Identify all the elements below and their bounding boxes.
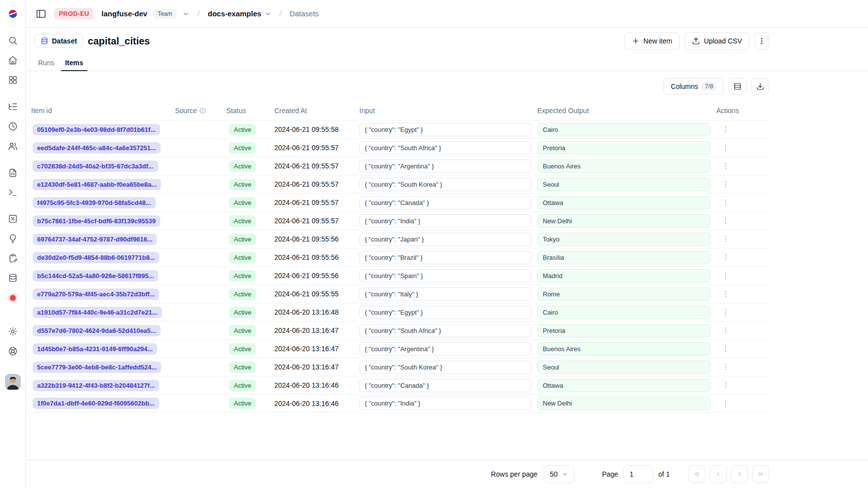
- life-buoy-icon: [8, 346, 18, 356]
- row-actions-button[interactable]: [719, 324, 732, 337]
- row-actions-button[interactable]: [719, 287, 732, 300]
- row-actions-button[interactable]: [719, 306, 732, 319]
- columns-button[interactable]: Columns 7/8: [663, 78, 724, 94]
- chevron-down-icon[interactable]: [182, 10, 189, 17]
- row-actions-button[interactable]: [719, 123, 732, 136]
- sidebar-item-datasets[interactable]: [3, 268, 23, 288]
- row-actions-button[interactable]: [719, 342, 732, 355]
- sidebar-item-support[interactable]: [3, 341, 23, 361]
- row-actions-button[interactable]: [719, 214, 732, 227]
- row-actions-button[interactable]: [719, 141, 732, 154]
- status-badge: Active: [229, 343, 256, 355]
- input-value-box: { "country": "Argentina" }: [359, 160, 531, 173]
- row-actions-button[interactable]: [719, 178, 732, 191]
- table-row[interactable]: f4975c95-5fc3-4939-970d-58fa5cd48... Act…: [31, 193, 769, 211]
- langfuse-logo[interactable]: [3, 4, 23, 24]
- search-icon: [8, 36, 18, 45]
- info-icon[interactable]: [199, 107, 206, 114]
- row-actions-button[interactable]: [719, 361, 732, 373]
- sidebar-item-annotation[interactable]: [3, 248, 23, 268]
- item-id-link[interactable]: a322b319-9412-4f43-b8f2-b20484127f...: [33, 380, 159, 391]
- breadcrumb-page[interactable]: Datasets: [290, 9, 319, 18]
- sidebar-item-evaluation[interactable]: [3, 209, 23, 229]
- sidebar-item-tracing[interactable]: [3, 97, 23, 117]
- table-row[interactable]: b75c7861-1fbe-45cf-bdf6-83f139c95539 Act…: [31, 211, 769, 230]
- item-id-link[interactable]: a1910d57-7f84-440c-9e46-a31c2d7e21...: [33, 307, 162, 318]
- org-name[interactable]: langfuse-dev: [101, 9, 147, 18]
- project-selector[interactable]: docs-examples: [208, 9, 271, 18]
- expected-output-box: New Delhi: [537, 397, 710, 410]
- item-id-link[interactable]: 05109ef0-2e3b-4e03-98dd-8f7d01b61f...: [33, 124, 160, 135]
- row-actions-button[interactable]: [719, 269, 732, 282]
- kebab-menu-icon: [722, 253, 730, 261]
- cell-input: { "country": "Egypt" }: [359, 306, 537, 319]
- table-row[interactable]: de30d2e0-f5d9-4854-88b6-0619771b8... Act…: [31, 248, 769, 266]
- sidebar-item-dashboards[interactable]: [3, 70, 23, 90]
- sidebar-item-settings[interactable]: [3, 322, 23, 341]
- tab-items[interactable]: Items: [61, 54, 88, 71]
- sidebar-item-insights[interactable]: [3, 229, 23, 248]
- table-row[interactable]: e12430df-5e81-4687-aabb-f0ea65be8a... Ac…: [31, 175, 769, 193]
- new-item-button[interactable]: New item: [624, 32, 680, 50]
- sidebar-item-search[interactable]: [3, 31, 23, 50]
- sidebar-toggle-button[interactable]: [34, 6, 48, 21]
- dataset-menu-button[interactable]: [754, 32, 769, 50]
- table-row[interactable]: b5c144cd-52a5-4a80-926e-58617f895... Act…: [31, 266, 769, 285]
- database-icon: [8, 273, 18, 283]
- row-actions-button[interactable]: [719, 397, 732, 410]
- table-row[interactable]: e779a270-579a-4f45-aec4-35b72d3bff... Ac…: [31, 285, 769, 303]
- sidebar-item-sessions[interactable]: [3, 117, 23, 136]
- table-row[interactable]: 1d45b0e7-b85a-4231-9149-6ff90a294... Act…: [31, 339, 769, 358]
- cell-actions: [716, 123, 769, 136]
- table-row[interactable]: a1910d57-7f84-440c-9e46-a31c2d7e21... Ac…: [31, 303, 769, 321]
- cell-actions: [716, 324, 769, 337]
- last-page-button[interactable]: [752, 465, 769, 483]
- item-id-link[interactable]: de30d2e0-f5d9-4854-88b6-0619771b8...: [33, 252, 159, 263]
- item-id-link[interactable]: b75c7861-1fbe-45cf-bdf6-83f139c95539: [33, 215, 160, 227]
- item-id-link[interactable]: 1f0e7da1-dbff-4e60-929d-f6095602bb...: [33, 398, 159, 409]
- export-button[interactable]: [751, 78, 769, 94]
- sidebar-item-home[interactable]: [3, 50, 23, 70]
- item-id-link[interactable]: e779a270-579a-4f45-aec4-35b72d3bff...: [33, 288, 159, 300]
- clipboard-pen-icon: [8, 253, 18, 263]
- item-id-link[interactable]: d557e7d6-7802-4624-9da6-52d410ea5...: [33, 325, 161, 336]
- row-actions-button[interactable]: [719, 251, 732, 264]
- table-row[interactable]: 1f0e7da1-dbff-4e60-929d-f6095602bb... Ac…: [31, 394, 769, 412]
- table-row[interactable]: 69764737-34af-4752-9787-d90df9616... Act…: [31, 230, 769, 248]
- page-number-input[interactable]: [623, 465, 653, 483]
- expected-output-box: Madrid: [537, 269, 710, 283]
- item-id-link[interactable]: e12430df-5e81-4687-aabb-f0ea65be8a...: [33, 179, 161, 190]
- item-id-link[interactable]: f4975c95-5fc3-4939-970d-58fa5cd48...: [33, 197, 156, 208]
- cell-created-at: 2024-06-21 09:55:56: [274, 272, 359, 280]
- row-height-button[interactable]: [729, 78, 746, 94]
- row-actions-button[interactable]: [719, 233, 732, 245]
- table-row[interactable]: c702838d-24d5-40a2-bf35-67dc3a3df... Act…: [31, 157, 769, 175]
- next-page-button[interactable]: [731, 465, 748, 483]
- item-id-link[interactable]: b5c144cd-52a5-4a80-926e-58617f895...: [33, 270, 158, 282]
- table-row[interactable]: 5cee7779-3e00-4eb8-be8c-1affedd524... Ac…: [31, 358, 769, 376]
- row-actions-button[interactable]: [719, 196, 732, 209]
- upload-csv-button[interactable]: Upload CSV: [685, 32, 749, 50]
- row-actions-button[interactable]: [719, 379, 732, 392]
- previous-page-button[interactable]: [710, 465, 727, 483]
- item-id-link[interactable]: eed5dafe-244f-465c-a84c-4a6e357251...: [33, 142, 161, 154]
- tab-runs[interactable]: Runs: [34, 54, 59, 71]
- first-page-button[interactable]: [689, 465, 705, 483]
- item-id-link[interactable]: c702838d-24d5-40a2-bf35-67dc3a3df...: [33, 161, 158, 172]
- table-row[interactable]: d557e7d6-7802-4624-9da6-52d410ea5... Act…: [31, 321, 769, 339]
- breadcrumb-separator: /: [195, 8, 202, 19]
- sidebar-item-playground[interactable]: [3, 183, 23, 203]
- sidebar-item-users[interactable]: [3, 136, 23, 156]
- sidebar-item-prompts[interactable]: [3, 163, 23, 183]
- item-id-link[interactable]: 69764737-34af-4752-9787-d90df9616...: [33, 234, 157, 245]
- table-row[interactable]: a322b319-9412-4f43-b8f2-b20484127f... Ac…: [31, 376, 769, 394]
- recording-status-dot[interactable]: [3, 288, 23, 308]
- row-actions-button[interactable]: [719, 160, 732, 172]
- table-row[interactable]: eed5dafe-244f-465c-a84c-4a6e357251... Ac…: [31, 138, 769, 157]
- item-id-link[interactable]: 1d45b0e7-b85a-4231-9149-6ff90a294...: [33, 343, 157, 355]
- rows-per-page-select[interactable]: 50: [544, 465, 574, 483]
- user-avatar[interactable]: [5, 374, 21, 390]
- status-badge: Active: [229, 288, 256, 300]
- item-id-link[interactable]: 5cee7779-3e00-4eb8-be8c-1affedd524...: [33, 362, 161, 373]
- table-row[interactable]: 05109ef0-2e3b-4e03-98dd-8f7d01b61f... Ac…: [31, 120, 769, 138]
